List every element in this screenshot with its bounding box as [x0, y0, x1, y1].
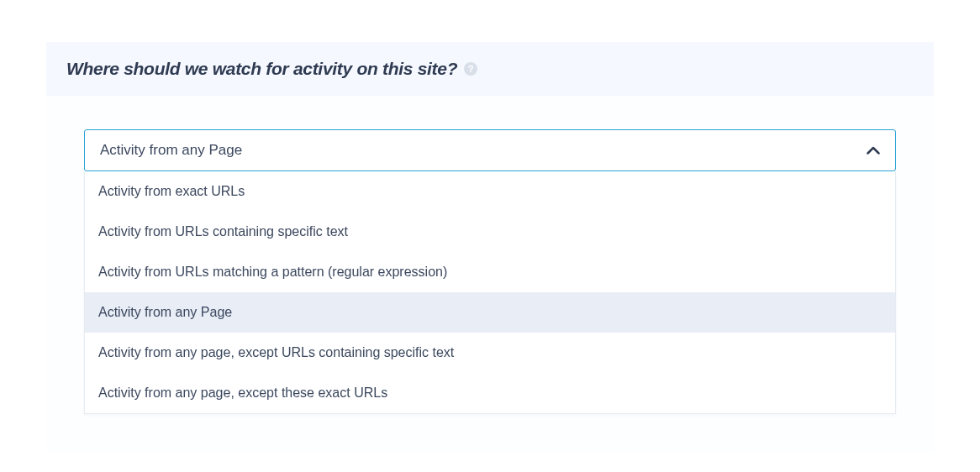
dropdown-option[interactable]: Activity from URLs containing specific t… [85, 212, 895, 252]
help-icon[interactable]: ? [464, 62, 477, 76]
panel-header: Where should we watch for activity on th… [46, 42, 934, 96]
dropdown-option[interactable]: Activity from any page, except URLs cont… [85, 333, 895, 373]
dropdown-selected[interactable]: Activity from any Page [84, 129, 896, 171]
dropdown-option[interactable]: Activity from any Page [85, 292, 895, 333]
dropdown-selected-label: Activity from any Page [100, 142, 242, 159]
chevron-up-icon [867, 146, 880, 155]
activity-dropdown: Activity from any Page Activity from exa… [84, 129, 896, 414]
dropdown-option[interactable]: Activity from any page, except these exa… [85, 373, 895, 413]
dropdown-option[interactable]: Activity from exact URLs [85, 171, 895, 212]
panel-title: Where should we watch for activity on th… [66, 59, 457, 79]
panel-body: Activity from any Page Activity from exa… [46, 96, 934, 452]
dropdown-list: Activity from exact URLs Activity from U… [84, 171, 896, 414]
dropdown-option[interactable]: Activity from URLs matching a pattern (r… [85, 252, 895, 292]
